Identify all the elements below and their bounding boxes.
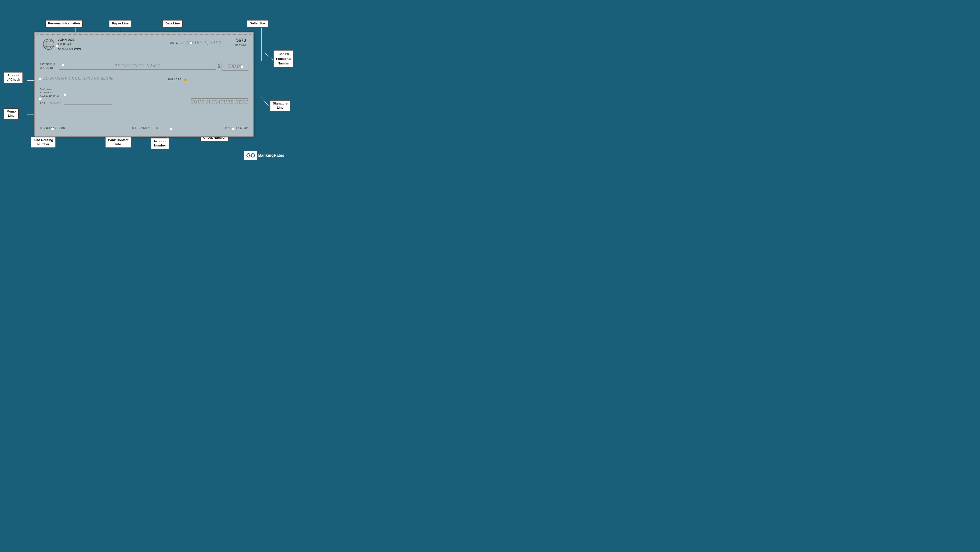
label-amount-of-check: Amountof Check xyxy=(4,72,23,83)
dot-account xyxy=(170,128,172,130)
dot-payee-line xyxy=(62,64,64,66)
label-dollar-box: Dollar Box xyxy=(247,20,269,27)
dot-personal-info xyxy=(56,45,58,47)
payee-line: RECIPIENT'S NAME xyxy=(59,63,216,70)
memo-line xyxy=(64,99,112,105)
label-payee-line: Payee Line xyxy=(109,20,131,27)
dot-aba xyxy=(51,128,54,130)
label-personal-information: Personal Information xyxy=(45,20,83,27)
memo-sig-section: FOR MEMO YOUR SIGNATURE HERE xyxy=(40,98,248,105)
lock-icon: 🔒 xyxy=(183,77,188,81)
label-account-number: AccountNumber xyxy=(151,138,169,149)
check-number-display: 5673 19-2/1250 xyxy=(235,37,246,47)
label-date-line: Date Line xyxy=(162,20,183,27)
logo: GO BankingRates xyxy=(244,151,286,160)
globe-icon xyxy=(42,38,55,51)
pay-to-section: PAY TO THEORDER OF RECIPIENT'S NAME $ 20… xyxy=(40,62,248,71)
dot-date-line xyxy=(189,42,192,44)
label-signature-line: SignatureLine xyxy=(270,100,290,111)
check: 5673 19-2/1250 JOHN DOE 123 First St. An… xyxy=(34,32,254,137)
dot-bank-contact xyxy=(64,94,66,96)
personal-text: JOHN DOE 123 First St. AnyCity, US 10101 xyxy=(58,37,81,51)
label-banks-fractional-number: Bank'sFractionalNumber xyxy=(273,50,293,67)
dollar-box-section: $ 200.00 xyxy=(218,62,248,71)
dot-check-num xyxy=(232,128,234,130)
micr-line: ⑆1234567890⑆ ⑆1234567890⑆ ⑈7890⑈5673⑈ xyxy=(40,127,248,130)
dot-dollar-box xyxy=(240,65,243,68)
svg-line-14 xyxy=(261,98,270,108)
svg-line-5 xyxy=(265,53,274,60)
bank-info-section: Bank Name 123 First St. AnyCity, US 1010… xyxy=(40,87,59,98)
amount-written-section: TWO HUNDRED DOLLARS AND 00/100 ─────────… xyxy=(40,76,248,81)
dot-memo xyxy=(39,98,41,100)
signature-line: YOUR SIGNATURE HERE xyxy=(191,98,248,105)
dot-amount-written xyxy=(39,78,41,80)
label-bank-contact-info: Bank ContactInfo xyxy=(105,137,131,148)
label-aba-routing-number: ABA RoutingNumber xyxy=(30,137,56,148)
dollar-box: 200.00 xyxy=(221,62,248,71)
label-memo-line: MemoLine xyxy=(4,108,19,119)
personal-info-section: JOHN DOE 123 First St. AnyCity, US 10101 xyxy=(42,37,81,51)
date-section: DATE JANUARY 1, 20XX xyxy=(170,40,221,45)
